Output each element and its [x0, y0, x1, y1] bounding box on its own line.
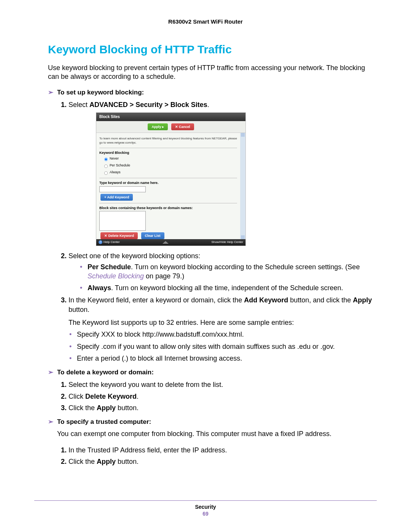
delete-keyword-button[interactable]: ✕ Delete Keyword — [100, 232, 138, 239]
step-click-delete: Click Delete Keyword. — [68, 392, 377, 401]
panel-toolbar: Apply ▸ ✕ Cancel — [96, 121, 245, 133]
panel-footer: ?Help Center Show/Hide Help Center — [96, 239, 245, 246]
block-list-label: Block sites containing these keywords or… — [99, 206, 237, 210]
procedure-trusted-heading: To specify a trusted computer: — [34, 418, 377, 426]
help-center-link[interactable]: ?Help Center — [99, 240, 120, 244]
schedule-blocking-xref[interactable]: Schedule Blocking — [88, 272, 144, 280]
running-header: R6300v2 Smart WiFi Router — [34, 18, 377, 25]
apply-button[interactable]: Apply ▸ — [148, 123, 168, 130]
add-keyword-button[interactable]: + Add Keyword — [100, 194, 133, 201]
procedure-setup-heading: To set up keyword blocking: — [34, 88, 377, 96]
clear-list-button[interactable]: Clear List — [141, 232, 164, 239]
step-select-path: Select ADVANCED > Security > Block Sites… — [68, 100, 377, 246]
expand-chevron-icon[interactable] — [162, 241, 169, 244]
trusted-intro: You can exempt one computer from blockin… — [34, 430, 377, 438]
page-footer: Security 69 — [34, 500, 377, 517]
keyword-blocking-label: Keyword Blocking — [99, 150, 237, 155]
block-sites-screenshot: Block Sites Apply ▸ ✕ Cancel To learn mo… — [96, 112, 246, 246]
option-always: Always. Turn on keyword blocking all the… — [80, 284, 377, 292]
sample-entry: Enter a period (.) to block all Internet… — [69, 354, 377, 363]
radio-always[interactable]: Always — [102, 169, 237, 176]
procedure-setup-steps: Select ADVANCED > Security > Block Sites… — [34, 100, 377, 363]
step-select-option: Select one of the keyword blocking optio… — [68, 251, 377, 292]
show-hide-help-link[interactable]: Show/Hide Help Center — [211, 240, 243, 244]
step-enter-ip: In the Trusted IP Address field, enter t… — [68, 446, 377, 455]
sample-entry: Specify XXX to block http://www.badstuff… — [69, 330, 377, 339]
cancel-button[interactable]: ✕ Cancel — [171, 123, 194, 130]
document-page: R6300v2 Smart WiFi Router Keyword Blocki… — [0, 0, 411, 532]
intro-paragraph: Use keyword blocking to prevent certain … — [34, 64, 377, 81]
procedure-delete-steps: Select the keyword you want to delete fr… — [34, 380, 377, 412]
radio-per-schedule[interactable]: Per Schedule — [102, 163, 237, 169]
scrollbar[interactable] — [240, 133, 245, 239]
footer-page-number: 69 — [34, 511, 377, 517]
keyword-list[interactable] — [99, 211, 146, 231]
step-select-keyword: Select the keyword you want to delete fr… — [68, 380, 377, 389]
step-click-apply-trusted: Click the Apply button. — [68, 457, 377, 466]
step-enter-keyword: In the Keyword field, enter a keyword or… — [68, 296, 377, 363]
keyword-list-note: The Keyword list supports up to 32 entri… — [68, 318, 377, 327]
option-per-schedule: Per Schedule. Turn on keyword blocking a… — [80, 263, 377, 281]
procedure-trusted-steps: In the Trusted IP Address field, enter t… — [34, 446, 377, 466]
footer-section-name: Security — [34, 504, 377, 510]
radio-never[interactable]: Never — [102, 156, 237, 162]
info-note: To learn more about advanced content fil… — [99, 135, 237, 149]
panel-title: Block Sites — [96, 113, 245, 121]
procedure-delete-heading: To delete a keyword or domain: — [34, 368, 377, 376]
page-title: Keyword Blocking of HTTP Traffic — [34, 43, 377, 56]
step-click-apply: Click the Apply button. — [68, 403, 377, 412]
type-keyword-label: Type keyword or domain name here. — [99, 181, 237, 185]
sample-entry: Specify .com if you want to allow only s… — [69, 342, 377, 351]
keyword-input[interactable] — [99, 186, 146, 192]
